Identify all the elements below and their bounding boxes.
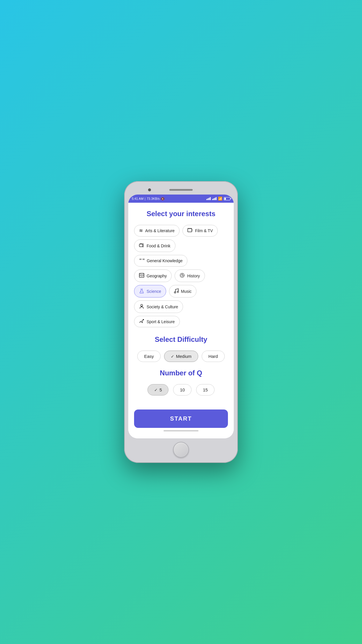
chip-music[interactable]: Music (169, 285, 197, 298)
svg-rect-7 (139, 244, 143, 247)
signal-bar (209, 198, 210, 200)
numq-title: Number of Q (134, 369, 228, 377)
chip-arts-label: Arts & Literature (145, 228, 175, 233)
start-button[interactable]: START (134, 410, 228, 428)
chip-science[interactable]: Science (134, 285, 166, 298)
chip-general-label: General Knowledge (147, 258, 183, 263)
app-content: Select your interests ≋ Arts & Literatur… (128, 203, 234, 438)
status-right: 📶 (206, 197, 230, 201)
geography-icon (139, 273, 144, 279)
interests-grid: ≋ Arts & Literature (134, 225, 228, 327)
numq15-label: 15 (203, 387, 208, 392)
chip-society-label: Society & Culture (147, 304, 178, 309)
phone-bottom (128, 438, 234, 459)
chip-science-label: Science (147, 289, 161, 294)
signal-bar (212, 199, 213, 200)
chip-history-label: History (187, 274, 200, 278)
svg-point-19 (141, 291, 141, 292)
numq-5[interactable]: ✓ 5 (147, 384, 168, 396)
status-time: 5:41 AM (132, 197, 143, 200)
society-icon (139, 304, 144, 310)
wifi-icon: 📶 (218, 197, 222, 201)
status-divider: | (145, 197, 145, 200)
chip-food-label: Food & Drink (147, 244, 171, 248)
medium-label: Medium (176, 354, 191, 359)
chip-geography-label: Geography (147, 274, 167, 278)
medium-check-icon: ✓ (171, 354, 174, 359)
chip-geography[interactable]: Geography (134, 270, 172, 282)
film-icon (187, 228, 193, 233)
signal-bar (216, 197, 217, 200)
svg-point-21 (174, 292, 176, 293)
easy-label: Easy (144, 354, 154, 359)
numq-section: Number of Q ✓ 5 10 15 (134, 369, 228, 396)
arts-icon: ≋ (139, 228, 143, 233)
sport-icon (139, 319, 144, 324)
signal-bars-2 (212, 197, 217, 200)
chip-arts[interactable]: ≋ Arts & Literature (134, 225, 180, 237)
chip-food[interactable]: Food & Drink (134, 239, 175, 252)
numq-10[interactable]: 10 (173, 384, 191, 396)
phone-top-bar (128, 185, 234, 195)
svg-rect-5 (192, 229, 192, 230)
numq5-label: 5 (159, 387, 162, 392)
home-button[interactable] (173, 442, 189, 458)
general-icon: " " (139, 258, 145, 263)
status-bar: 5:41 AM | 73.3KB/s 🔇 📶 (128, 195, 234, 203)
interests-title: Select your interests (134, 210, 228, 218)
chip-society[interactable]: Society & Culture (134, 300, 183, 313)
signal-bar (213, 198, 214, 200)
mute-icon: 🔇 (161, 197, 164, 200)
home-indicator (164, 430, 198, 431)
battery-icon (224, 197, 230, 200)
status-left: 5:41 AM | 73.3KB/s 🔇 (132, 197, 164, 200)
chip-film-label: Film & TV (195, 228, 213, 233)
chip-sport-label: Sport & Leisure (147, 319, 175, 324)
signal-bar (206, 199, 207, 200)
svg-point-24 (141, 306, 142, 307)
numq5-check-icon: ✓ (154, 388, 158, 392)
signal-bars-1 (206, 197, 211, 200)
numq-15[interactable]: 15 (196, 384, 215, 396)
speaker (169, 189, 193, 191)
science-icon (139, 288, 144, 294)
difficulty-easy[interactable]: Easy (137, 351, 160, 362)
difficulty-section: Select Difficulty Easy ✓ Medium Hard (134, 335, 228, 362)
svg-rect-6 (192, 230, 192, 231)
signal-bar (208, 198, 208, 200)
difficulty-medium[interactable]: ✓ Medium (164, 351, 198, 362)
svg-rect-0 (188, 229, 192, 232)
battery-fill (224, 198, 226, 200)
camera (148, 188, 151, 191)
signal-bar (215, 198, 215, 200)
phone-frame: 5:41 AM | 73.3KB/s 🔇 📶 (124, 181, 238, 463)
history-icon (180, 273, 185, 279)
status-network: 73.3KB/s (147, 197, 160, 200)
food-icon (139, 243, 144, 249)
numq10-label: 10 (180, 387, 185, 392)
signal-bar (210, 197, 211, 200)
svg-point-20 (142, 292, 143, 293)
numq-options: ✓ 5 10 15 (134, 384, 228, 396)
difficulty-options: Easy ✓ Medium Hard (134, 351, 228, 362)
phone-screen: 5:41 AM | 73.3KB/s 🔇 📶 (128, 195, 234, 438)
chip-sport[interactable]: Sport & Leisure (134, 316, 180, 327)
hard-label: Hard (208, 354, 218, 359)
svg-line-17 (182, 275, 183, 276)
chip-general[interactable]: " " General Knowledge (134, 255, 187, 267)
chip-music-label: Music (181, 289, 192, 294)
chip-film[interactable]: Film & TV (182, 225, 218, 237)
svg-point-26 (143, 319, 144, 320)
difficulty-title: Select Difficulty (134, 335, 228, 344)
difficulty-hard[interactable]: Hard (202, 351, 225, 362)
music-icon (174, 288, 179, 294)
chip-history[interactable]: History (175, 270, 205, 282)
svg-point-22 (177, 291, 179, 293)
